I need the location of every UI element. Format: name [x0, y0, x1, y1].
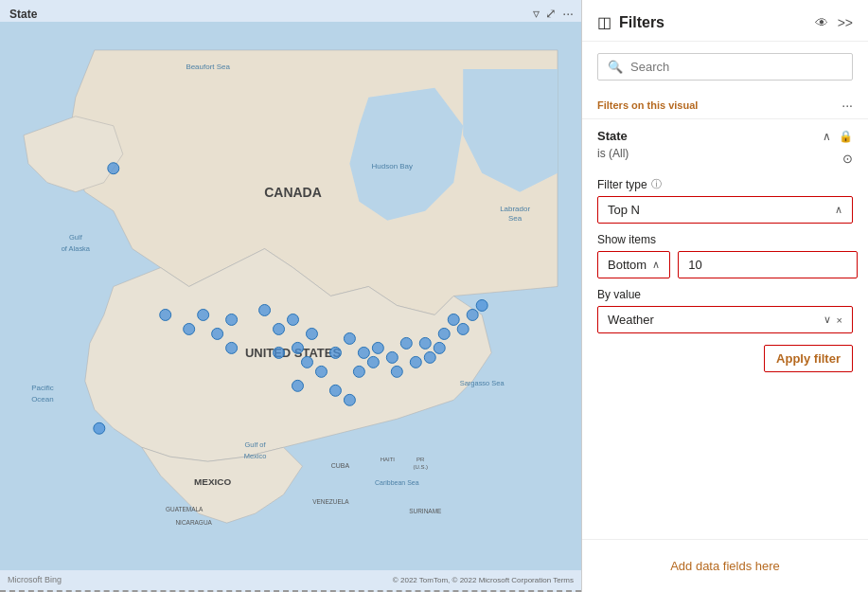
search-box[interactable]: 🔍 [597, 53, 853, 81]
svg-point-46 [386, 351, 398, 363]
filters-header-actions: 👁 >> [815, 15, 853, 30]
expand-icon[interactable]: ⤢ [545, 6, 557, 21]
svg-text:of Alaska: of Alaska [62, 244, 91, 253]
svg-point-44 [367, 356, 379, 368]
svg-text:GUATEMALA: GUATEMALA [166, 506, 204, 512]
filter-type-value: Top N [608, 203, 640, 217]
search-input[interactable] [630, 60, 842, 74]
svg-point-56 [467, 309, 478, 320]
svg-text:Gulf of: Gulf of [245, 440, 267, 449]
filter-icon[interactable]: ▿ [533, 6, 540, 21]
info-icon[interactable]: ⓘ [651, 177, 662, 191]
by-value-dropdown[interactable]: Weather ∨ × [597, 306, 853, 333]
svg-text:HAITI: HAITI [381, 457, 396, 462]
svg-point-57 [476, 299, 487, 311]
visual-filters-label: Filters on this visual [597, 99, 698, 111]
svg-text:Pacific: Pacific [31, 384, 53, 392]
map-attribution: Microsoft Bing [8, 575, 62, 584]
svg-point-33 [274, 323, 285, 334]
svg-text:VENEZUELA: VENEZUELA [312, 498, 349, 505]
svg-text:PR: PR [416, 457, 425, 462]
svg-point-59 [344, 394, 355, 405]
svg-point-51 [424, 351, 435, 363]
svg-point-39 [315, 366, 327, 377]
map-toolbar: ▿ ⤢ ··· [533, 6, 574, 21]
show-items-label: Show items [597, 233, 853, 246]
svg-text:Sea: Sea [508, 214, 523, 223]
svg-point-35 [274, 347, 285, 358]
more-options-icon[interactable]: ··· [562, 6, 574, 21]
svg-point-30 [226, 314, 238, 325]
map-panel: State ▿ ⤢ ··· CANADA UNITED STATES MEXIC… [0, 0, 582, 592]
svg-text:SURINAME: SURINAME [409, 508, 442, 514]
bing-logo: Microsoft Bing [8, 575, 62, 584]
state-filter-card: State ∧ 🔒 is (All) ⊙ Filter type ⓘ Top N… [582, 118, 868, 391]
svg-point-40 [329, 347, 341, 358]
lock-icon[interactable]: 🔒 [839, 130, 853, 143]
svg-text:Caribbean Sea: Caribbean Sea [375, 479, 419, 486]
svg-point-24 [108, 163, 119, 174]
map-label: State [9, 8, 37, 21]
svg-point-37 [306, 328, 317, 339]
more-options-icon[interactable]: ··· [841, 98, 853, 113]
svg-text:Beaufort Sea: Beaufort Sea [186, 63, 230, 71]
direction-label: Bottom [608, 258, 647, 272]
svg-point-41 [344, 332, 355, 344]
expand-panel-icon[interactable]: >> [838, 15, 853, 30]
filters-panel: ◫ Filters 👁 >> 🔍 Filters on this visual … [582, 0, 868, 592]
svg-text:CANADA: CANADA [264, 185, 322, 200]
state-eye-icon[interactable]: ⊙ [842, 152, 853, 166]
svg-text:Sargasso Sea: Sargasso Sea [460, 379, 505, 387]
svg-point-48 [400, 337, 412, 349]
svg-text:(U.S.): (U.S.) [413, 464, 428, 470]
filter-type-label: Filter type ⓘ [597, 177, 853, 191]
direction-arrow: ∧ [652, 259, 660, 271]
svg-point-25 [94, 422, 105, 434]
filters-title: Filters [619, 14, 807, 31]
svg-point-29 [212, 328, 223, 339]
svg-point-52 [434, 342, 445, 353]
show-items-direction-dropdown[interactable]: Bottom ∧ [597, 251, 670, 278]
by-value-label: By value [597, 288, 853, 301]
by-value-icons: ∨ × [824, 314, 842, 326]
add-data-fields[interactable]: Add data fields here [582, 539, 868, 592]
add-data-fields-label: Add data fields here [670, 559, 780, 573]
svg-text:Ocean: Ocean [31, 395, 53, 404]
svg-text:Labrador: Labrador [500, 205, 530, 213]
apply-filter-button[interactable]: Apply filter [764, 345, 853, 372]
svg-point-49 [410, 356, 421, 368]
show-items-row: Bottom ∧ [597, 251, 853, 278]
collapse-icon[interactable]: ∧ [823, 130, 831, 143]
svg-text:CUBA: CUBA [331, 462, 350, 469]
svg-point-47 [391, 366, 402, 377]
by-value-clear-icon[interactable]: × [837, 314, 842, 326]
by-value-down-arrow[interactable]: ∨ [824, 314, 831, 326]
state-filter-header: State ∧ 🔒 [597, 129, 853, 143]
svg-point-53 [438, 328, 450, 339]
filter-type-arrow: ∧ [835, 204, 842, 216]
svg-text:Gulf: Gulf [69, 233, 83, 242]
svg-text:Hudson Bay: Hudson Bay [372, 162, 413, 170]
svg-point-60 [292, 380, 303, 391]
svg-point-45 [372, 342, 383, 353]
by-value-field-label: Weather [608, 313, 654, 327]
visual-filters-section-header: Filters on this visual ··· [582, 92, 868, 118]
state-filter-value: is (All) [597, 147, 629, 160]
show-items-count[interactable] [678, 251, 858, 278]
eye-icon[interactable]: 👁 [815, 15, 828, 30]
svg-point-26 [160, 309, 171, 320]
map-copyright: © 2022 TomTom, © 2022 Microsoft Corporat… [393, 576, 574, 584]
svg-point-50 [419, 337, 431, 349]
svg-point-32 [259, 304, 271, 315]
svg-text:NICARAGUA: NICARAGUA [175, 519, 212, 526]
svg-text:MEXICO: MEXICO [194, 476, 232, 487]
svg-point-42 [358, 347, 369, 358]
svg-point-55 [457, 323, 469, 334]
filter-type-dropdown[interactable]: Top N ∧ [597, 196, 853, 224]
map-svg: CANADA UNITED STATES MEXICO Gulf of Alas… [0, 0, 581, 592]
svg-point-43 [353, 366, 364, 377]
svg-text:Mexico: Mexico [244, 452, 267, 460]
svg-point-58 [329, 385, 341, 396]
filters-header: ◫ Filters 👁 >> [582, 0, 868, 42]
state-filter-actions: ∧ 🔒 [823, 130, 853, 143]
